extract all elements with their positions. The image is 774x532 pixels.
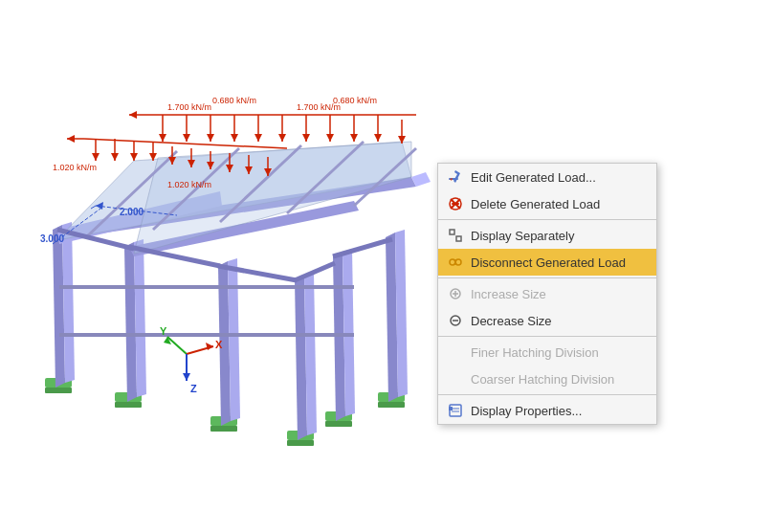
context-menu: Edit Generated Load... Delete Generated …	[437, 163, 657, 425]
svg-marker-47	[67, 135, 75, 143]
load-label-6: 1.020 kN/m	[167, 180, 211, 189]
scene-container: 1.700 kN/m 1.700 kN/m 0.680 kN/m 0.680 k…	[0, 0, 774, 532]
svg-marker-13	[302, 134, 310, 142]
delete-icon	[446, 194, 465, 213]
edit-icon	[446, 167, 465, 187]
svg-marker-19	[374, 134, 382, 142]
svg-marker-24	[129, 111, 137, 119]
menu-item-increase-size: Increase Size	[438, 280, 656, 307]
svg-marker-17	[350, 134, 358, 142]
increase-size-icon	[446, 284, 465, 303]
foundation-6b	[378, 402, 405, 408]
svg-point-64	[455, 259, 461, 265]
foundation-4b	[287, 440, 314, 446]
separator-3	[438, 336, 656, 337]
load-label-5: 1.020 kN/m	[53, 163, 97, 172]
separator-1	[438, 219, 656, 220]
svg-marker-53	[183, 373, 190, 381]
display-separately-icon	[446, 226, 465, 245]
svg-rect-60	[452, 203, 459, 205]
finer-hatching-icon	[446, 343, 465, 362]
separator-4	[438, 394, 656, 395]
svg-marker-7	[231, 134, 238, 142]
svg-marker-30	[130, 153, 138, 161]
menu-item-disconnect-generated-load[interactable]: Disconnect Generated Load	[438, 249, 656, 276]
coarser-hatching-icon	[446, 369, 465, 388]
decrease-size-icon	[446, 311, 465, 330]
cross-brace-4	[295, 263, 335, 280]
z-axis-label: Z	[190, 383, 197, 394]
foundation-5b	[325, 421, 352, 427]
svg-marker-1	[159, 134, 166, 142]
finer-hatching-label: Finer Hatching Division	[471, 345, 649, 360]
menu-item-display-properties[interactable]: Display Properties...	[438, 397, 656, 424]
dim-label-1: 2.000	[120, 207, 144, 217]
svg-marker-9	[254, 134, 262, 142]
svg-rect-75	[449, 407, 453, 410]
cross-brace-5	[333, 239, 392, 256]
foundation-2b	[115, 402, 142, 408]
svg-line-48	[167, 337, 187, 354]
delete-generated-load-label: Delete Generated Load	[471, 197, 649, 211]
increase-size-label: Increase Size	[471, 287, 649, 301]
svg-marker-3	[183, 134, 190, 142]
dim-label-2: 3.000	[40, 233, 64, 244]
foundation-3b	[210, 426, 237, 432]
menu-item-edit-generated-load[interactable]: Edit Generated Load...	[438, 164, 656, 190]
menu-item-finer-hatching: Finer Hatching Division	[438, 339, 656, 366]
load-label-2: 0.680 kN/m	[212, 96, 256, 105]
display-properties-label: Display Properties...	[471, 404, 649, 418]
disconnect-icon	[446, 253, 465, 272]
svg-rect-62	[456, 236, 461, 241]
x-axis-label: X	[215, 339, 223, 350]
disconnect-generated-load-label: Disconnect Generated Load	[471, 255, 649, 270]
svg-marker-55	[453, 170, 460, 183]
scene-svg: 1.700 kN/m 1.700 kN/m 0.680 kN/m 0.680 k…	[0, 0, 774, 532]
y-axis-label: Y	[160, 325, 167, 337]
load-label-4: 0.680 kN/m	[333, 96, 377, 105]
roof-panel-right	[134, 142, 411, 254]
menu-item-delete-generated-load[interactable]: Delete Generated Load	[438, 190, 656, 217]
edit-generated-load-label: Edit Generated Load...	[471, 170, 649, 185]
display-properties-icon	[446, 401, 465, 420]
menu-item-decrease-size[interactable]: Decrease Size	[438, 307, 656, 334]
coarser-hatching-label: Coarser Hatching Division	[471, 372, 649, 387]
foundation-1b	[45, 388, 72, 393]
svg-marker-26	[92, 153, 100, 161]
display-separately-label: Display Separately	[471, 229, 649, 243]
separator-2	[438, 277, 656, 278]
load-row-1: 1.700 kN/m 1.700 kN/m 0.680 kN/m 0.680 k…	[129, 96, 416, 144]
svg-marker-11	[278, 134, 286, 142]
load-label-1: 1.700 kN/m	[167, 102, 211, 112]
svg-marker-15	[326, 134, 334, 142]
svg-marker-5	[207, 134, 214, 142]
svg-marker-28	[111, 153, 119, 161]
menu-item-coarser-hatching: Coarser Hatching Division	[438, 366, 656, 392]
decrease-size-label: Decrease Size	[471, 314, 649, 328]
menu-item-display-separately[interactable]: Display Separately	[438, 222, 656, 249]
svg-rect-61	[450, 230, 454, 234]
svg-point-63	[450, 259, 455, 265]
